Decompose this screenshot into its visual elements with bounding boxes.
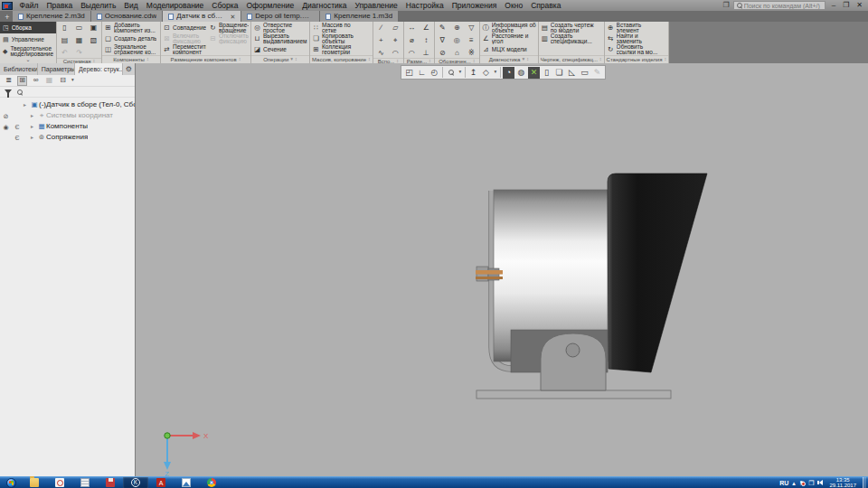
menu-item-12[interactable]: Справка [527, 2, 565, 10]
expand-arrow-icon[interactable]: ▸ [24, 102, 30, 108]
taskbar-explorer-button[interactable] [22, 477, 47, 488]
zoom-area-icon[interactable] [445, 67, 457, 79]
pan-up-icon[interactable]: ↥ [467, 67, 479, 79]
menu-item-5[interactable]: Сборка [208, 2, 242, 10]
action-center-flag-icon[interactable]: ⚑ [799, 480, 805, 486]
menu-item-10[interactable]: Приложения [448, 2, 501, 10]
menu-item-9[interactable]: Настройка [401, 2, 448, 10]
save-as-icon[interactable]: ▧ [88, 35, 99, 45]
sketch-plane-icon[interactable]: ◰ [403, 67, 415, 79]
model-mount-bracket[interactable] [541, 333, 606, 390]
display-tray-icon[interactable]: ❒ [808, 480, 814, 486]
copy-style-icon[interactable]: ❏ [553, 67, 565, 79]
update-links-button[interactable]: ↻Обновить ссылки на мо... [607, 44, 661, 55]
tree-search-icon[interactable] [17, 89, 23, 95]
section-button[interactable]: ◪Сечение [253, 44, 307, 55]
expand-arrow-icon[interactable]: ▸ [31, 113, 37, 118]
relations-view-icon[interactable]: ∞ [31, 76, 41, 86]
start-button[interactable] [0, 477, 22, 488]
volume-icon[interactable] [817, 480, 823, 485]
taskbar-kompas-button[interactable]: K [123, 477, 148, 488]
tree-row-3[interactable]: Є▸⊚Сопряжения [0, 132, 135, 143]
tree-composition-icon[interactable]: ≣ [4, 76, 14, 86]
taskbar-save-tool-button[interactable] [98, 477, 123, 488]
angular-dimension-icon[interactable]: ∠ [420, 23, 432, 33]
window-layout-icon[interactable]: ❐ [723, 2, 730, 9]
group-expander-icon[interactable]: ↕ [526, 57, 529, 62]
simple-hole-button[interactable]: ◎Отверстие простое [253, 23, 307, 33]
mirror-components-button[interactable]: ◫Зеркальное отражение ко... [104, 44, 158, 55]
group-expander-icon[interactable]: ↕ [146, 57, 149, 62]
group-expander-icon[interactable]: ↕ [239, 57, 241, 62]
add-component-button[interactable]: ⊞Добавить компонент из... [104, 23, 158, 33]
document-tab-0[interactable]: Крепление 2.m3d [13, 11, 90, 22]
arc-dimension-icon[interactable]: ◠ [406, 48, 418, 58]
clip-toggle-icon[interactable]: ✕ [528, 67, 540, 79]
menu-item-11[interactable]: Окно [501, 2, 527, 10]
normal-to-icon[interactable]: ∟ [416, 67, 428, 79]
diameter-dimension-icon[interactable]: ⌀ [406, 35, 418, 45]
perpendicular-icon[interactable]: ⊥ [420, 48, 432, 58]
panel-tab-0[interactable]: Библиотеки [0, 63, 38, 75]
open-document-icon[interactable]: ▭ [73, 23, 85, 33]
group-expander-icon[interactable]: ↕ [664, 57, 666, 62]
taskbar-clock[interactable]: 13:35 29.11.2017 [826, 477, 859, 488]
reference-icon[interactable]: ※ [466, 48, 477, 58]
expand-arrow-icon[interactable]: ▸ [31, 124, 37, 129]
leader-note-icon[interactable]: ✎ [437, 23, 448, 33]
section-view-icon[interactable]: ◺ [566, 67, 578, 79]
group-expander-icon[interactable]: ↕ [368, 57, 371, 62]
group-expander-icon[interactable]: ↕ [599, 57, 602, 62]
create-bom-button[interactable]: ▥Создать спецификаци... [541, 33, 595, 44]
hidden-icons-button[interactable]: ▴ [792, 480, 796, 486]
placement-plane-icon[interactable]: ◴ [429, 67, 440, 79]
grid-pattern-button[interactable]: ∷Массив по сетке [312, 23, 366, 33]
taskbar-notes-button[interactable] [72, 477, 98, 488]
panel-tab-1[interactable]: Параметры [38, 63, 75, 75]
ribbon-collapse-chevron-icon[interactable]: ⌄ [0, 57, 56, 63]
taskbar-chrome-button[interactable] [199, 477, 224, 488]
ribbon-mode-2[interactable]: ◆Твердотельное моделирование [0, 45, 56, 57]
ribbon-mode-0[interactable]: ◳Сборка [0, 22, 56, 33]
center-mark-icon[interactable]: ◎ [451, 35, 463, 45]
filter-funnel-icon[interactable] [5, 89, 12, 94]
display-mode-icon[interactable]: ◍ [515, 67, 527, 79]
tree-structure-icon[interactable]: ⊞ [17, 76, 27, 86]
tree-row-0[interactable]: ▸▣(-)Датчик в сборе (Тел-0, Сборочны... [0, 99, 135, 110]
insert-element-button[interactable]: ⊕Вставить элемент [607, 23, 661, 33]
move-component-button[interactable]: ⇄Переместить компонент [163, 44, 206, 55]
document-tab-1[interactable]: Основание.cdw [91, 11, 162, 22]
group-expander-icon[interactable]: ↕ [295, 57, 297, 62]
orientation-caret[interactable]: ▾ [493, 70, 498, 75]
group-dropdown-icon[interactable]: ▾ [290, 57, 293, 62]
taskbar-photo-viewer-button[interactable] [174, 477, 199, 488]
tree-options-caret[interactable]: ▾ [71, 78, 74, 83]
rotation-rotation-button[interactable]: ↻Вращение- вращение [209, 23, 249, 33]
menu-item-4[interactable]: Моделирование [142, 2, 208, 10]
new-tab-button[interactable]: + [2, 14, 13, 22]
taskbar-cad-utility-button[interactable] [47, 477, 72, 488]
axis-icon[interactable]: ∕ [375, 23, 387, 33]
close-button[interactable]: ✕ [854, 2, 865, 9]
find-replace-button[interactable]: ⇆Найти и заменить [607, 33, 661, 44]
menu-item-2[interactable]: Выделить [77, 2, 120, 10]
base-icon[interactable]: ⌂ [451, 48, 463, 58]
clipboard-icon[interactable]: ▯ [541, 67, 552, 79]
prohibit-icon[interactable]: ⊘ [437, 48, 448, 58]
section-filter-icon[interactable]: Є [12, 135, 23, 141]
model-brass-fitting[interactable] [476, 267, 503, 281]
menu-item-6[interactable]: Оформление [242, 2, 298, 10]
menu-item-1[interactable]: Правка [42, 2, 77, 10]
tolerance-frame-icon[interactable]: ▽ [466, 23, 477, 33]
print-icon[interactable]: ▤ [59, 35, 71, 45]
tree-row-1[interactable]: ⊘▸⌖Системы координат [0, 110, 135, 121]
spiral-icon[interactable]: ∿ [375, 48, 387, 58]
panel-settings-gear-icon[interactable]: ⚙ [123, 63, 135, 75]
menu-item-8[interactable]: Управление [351, 2, 401, 10]
group-dropdown-icon[interactable]: ▾ [522, 57, 524, 62]
3d-viewport[interactable]: X Z ◰∟◴▾↥◇▾◔◍✕▯❏◺▭✎ [136, 63, 868, 476]
copy-objects-button[interactable]: ❏Копировать объекты [312, 33, 366, 44]
eye-icon[interactable]: ◉ [0, 124, 12, 130]
curve-icon[interactable]: ◠ [390, 48, 401, 58]
plane-icon[interactable]: ▱ [390, 23, 401, 33]
